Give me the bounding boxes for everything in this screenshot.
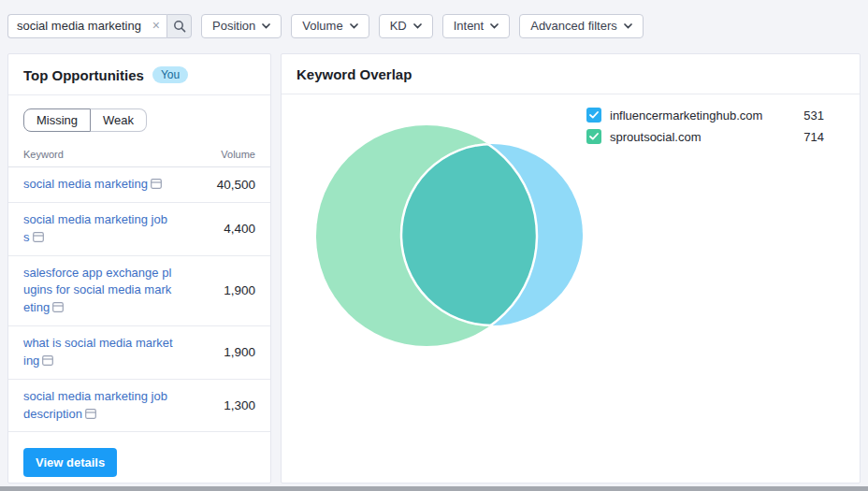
clear-search-icon[interactable]: × (152, 18, 160, 33)
checkbox-checked-icon[interactable] (586, 129, 601, 144)
search-button[interactable] (166, 14, 192, 38)
bottom-edge-divider (0, 486, 868, 491)
volume-value: 1,900 (224, 345, 255, 359)
search-box: × (7, 14, 166, 38)
filter-kd-label: KD (390, 19, 407, 33)
advanced-filters-button[interactable]: Advanced filters (519, 14, 644, 38)
volume-value: 1,300 (224, 398, 255, 412)
column-keyword: Keyword (23, 149, 64, 160)
keyword-gap-page: × Position Volume KD Intent Ad (0, 0, 868, 491)
table-row: salesforce app exchange plugins for soci… (8, 256, 270, 327)
checkbox-checked-icon[interactable] (586, 108, 601, 123)
overlap-legend: influencermarketinghub.com 531 sproutsoc… (586, 108, 824, 144)
volume-value: 40,500 (217, 178, 255, 192)
filter-toolbar: × Position Volume KD Intent Ad (0, 0, 868, 51)
tab-missing[interactable]: Missing (23, 108, 91, 132)
filter-intent-button[interactable]: Intent (442, 14, 511, 38)
filter-intent-label: Intent (454, 19, 485, 33)
panel-title: Top Opportunities (23, 67, 144, 83)
filter-position-label: Position (212, 19, 255, 33)
table-row: social media marketing job description 1… (8, 380, 270, 433)
keyword-link[interactable]: social media marketing (23, 176, 173, 194)
tab-weak[interactable]: Weak (91, 108, 147, 132)
legend-domain: influencermarketinghub.com (610, 108, 762, 123)
keyword-link[interactable]: what is social media marketing (23, 335, 173, 370)
serp-feature-icon (42, 355, 53, 366)
chevron-down-icon (490, 23, 499, 29)
table-column-header: Keyword Volume (8, 139, 270, 167)
table-row: social media marketing jobs 4,400 (8, 203, 270, 256)
overlap-body: influencermarketinghub.com 531 sproutsoc… (282, 94, 860, 485)
keyword-overlap-header: Keyword Overlap (282, 54, 860, 94)
missing-weak-toggle: Missing Weak (23, 108, 147, 132)
legend-item: sproutsocial.com 714 (586, 129, 824, 144)
search-input[interactable] (7, 14, 166, 38)
keyword-link[interactable]: social media marketing job description (23, 388, 173, 424)
panel-title: Keyword Overlap (297, 66, 412, 82)
check-icon (589, 111, 599, 119)
advanced-filters-label: Advanced filters (530, 19, 617, 33)
chevron-down-icon (624, 23, 632, 29)
table-row: what is social media marketing 1,900 (8, 326, 270, 380)
keyword-overlap-panel: Keyword Overlap inf (281, 53, 861, 484)
legend-count: 714 (803, 130, 824, 144)
top-opportunities-panel: Top Opportunities You Missing Weak Keywo… (7, 53, 271, 484)
serp-feature-icon (52, 302, 64, 312)
legend-item: influencermarketinghub.com 531 (586, 108, 824, 123)
legend-count: 531 (803, 108, 824, 123)
chevron-down-icon (262, 23, 270, 29)
column-volume: Volume (221, 149, 255, 160)
filter-position-button[interactable]: Position (201, 14, 282, 38)
venn-diagram[interactable] (298, 121, 616, 401)
chevron-down-icon (350, 23, 358, 29)
filter-kd-button[interactable]: KD (379, 14, 433, 38)
volume-value: 4,400 (224, 222, 255, 236)
search-group: × (7, 14, 192, 38)
table-row: social media marketing 40,500 (8, 167, 270, 203)
serp-feature-icon (151, 179, 162, 189)
serp-feature-icon (33, 232, 44, 242)
chevron-down-icon (413, 23, 422, 29)
filter-volume-label: Volume (302, 19, 342, 33)
keyword-link[interactable]: social media marketing jobs (23, 211, 173, 247)
search-icon (173, 20, 186, 33)
serp-feature-icon (85, 409, 96, 419)
legend-domain: sproutsocial.com (610, 130, 702, 144)
you-badge: You (152, 66, 188, 83)
volume-value: 1,900 (224, 283, 255, 297)
filter-volume-button[interactable]: Volume (291, 14, 369, 38)
check-icon (589, 133, 599, 140)
keyword-link[interactable]: salesforce app exchange plugins for soci… (23, 265, 173, 318)
view-details-button[interactable]: View details (23, 448, 117, 477)
top-opportunities-header: Top Opportunities You (8, 54, 270, 95)
